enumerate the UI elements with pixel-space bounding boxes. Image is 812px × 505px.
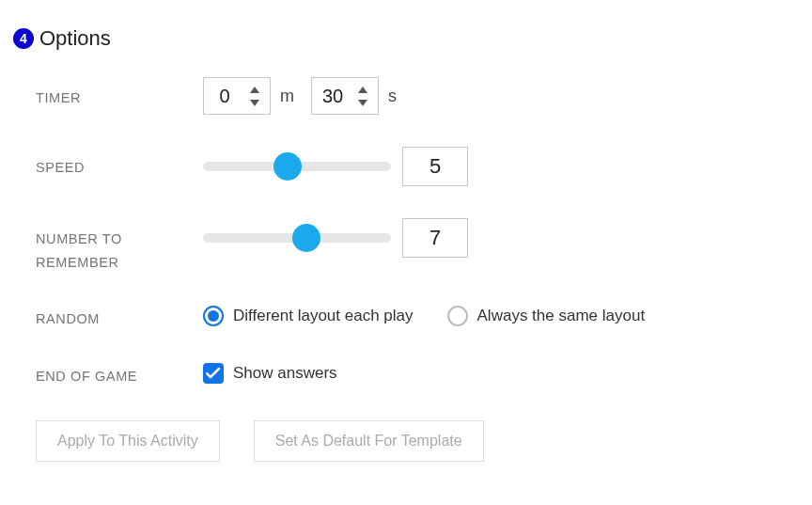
page-title: Options <box>39 26 111 51</box>
svg-marker-3 <box>358 100 367 106</box>
radio-icon <box>447 306 468 326</box>
section-header: 4 Options <box>13 26 799 51</box>
row-random: RANDOM Different layout each play Always… <box>36 306 799 331</box>
timer-seconds-value: 30 <box>312 86 353 107</box>
step-badge: 4 <box>13 28 34 49</box>
svg-marker-1 <box>250 100 259 106</box>
random-option-a-label: Different layout each play <box>233 307 414 325</box>
random-label: RANDOM <box>36 306 203 331</box>
set-default-button[interactable]: Set As Default For Template <box>254 420 484 462</box>
row-speed: SPEED 5 <box>36 147 799 186</box>
speed-label: SPEED <box>36 147 203 180</box>
show-answers-label: Show answers <box>233 364 337 383</box>
row-end-of-game: END OF GAME Show answers <box>36 363 799 388</box>
number-value-box: 7 <box>402 218 468 258</box>
timer-seconds-up[interactable] <box>353 83 372 96</box>
random-option-same[interactable]: Always the same layout <box>447 306 646 326</box>
end-of-game-label: END OF GAME <box>36 363 203 388</box>
svg-marker-2 <box>358 87 367 93</box>
random-option-b-label: Always the same layout <box>477 307 646 325</box>
number-slider-thumb[interactable] <box>292 224 320 252</box>
speed-slider[interactable] <box>203 152 391 181</box>
show-answers-checkbox[interactable]: Show answers <box>203 363 337 384</box>
check-icon <box>206 367 221 380</box>
apply-button[interactable]: Apply To This Activity <box>36 420 220 462</box>
timer-minutes-stepper[interactable]: 0 <box>203 77 271 115</box>
chevron-down-icon <box>358 100 367 106</box>
speed-slider-thumb[interactable] <box>273 152 302 181</box>
timer-minutes-value: 0 <box>204 86 245 107</box>
row-number-to-remember: NUMBER TO REMEMBER 7 <box>36 218 799 274</box>
timer-seconds-stepper[interactable]: 30 <box>311 77 379 115</box>
timer-minutes-down[interactable] <box>245 96 264 109</box>
seconds-unit: s <box>388 87 397 106</box>
number-slider[interactable] <box>203 224 391 252</box>
timer-label: TIMER <box>36 77 203 110</box>
checkbox-icon <box>203 363 224 384</box>
speed-value-box: 5 <box>402 147 468 186</box>
number-to-remember-label: NUMBER TO REMEMBER <box>36 218 203 274</box>
minutes-unit: m <box>280 87 294 106</box>
row-timer: TIMER 0 m 30 <box>36 77 799 115</box>
chevron-up-icon <box>358 87 367 93</box>
chevron-up-icon <box>250 87 259 93</box>
timer-seconds-down[interactable] <box>353 96 372 109</box>
chevron-down-icon <box>250 100 259 106</box>
random-option-different[interactable]: Different layout each play <box>203 306 414 326</box>
timer-minutes-up[interactable] <box>245 83 264 96</box>
radio-icon <box>203 306 224 326</box>
svg-marker-0 <box>250 87 259 93</box>
